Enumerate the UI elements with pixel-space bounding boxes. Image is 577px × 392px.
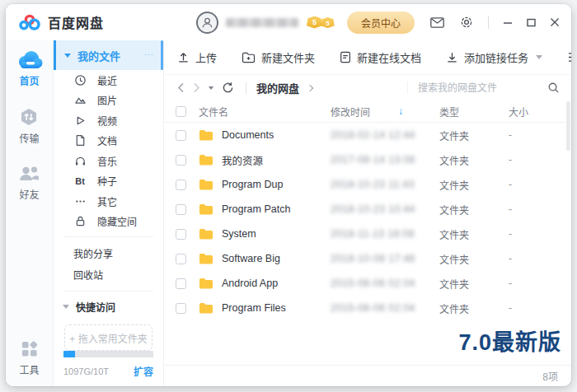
- vip-level-badges[interactable]: 5 5: [307, 16, 335, 29]
- sort-order-icon[interactable]: [567, 51, 571, 63]
- sidebar-divider: [63, 291, 153, 292]
- row-checkbox[interactable]: [176, 278, 186, 289]
- sort-desc-icon[interactable]: ↓: [398, 105, 403, 117]
- member-center-button[interactable]: 会员中心: [347, 12, 415, 34]
- status-bar: 8项: [164, 365, 571, 386]
- friends-icon: [18, 165, 40, 183]
- back-button[interactable]: [177, 82, 185, 93]
- add-link-task-button[interactable]: 添加链接任务: [446, 49, 542, 65]
- rail-item-friends[interactable]: 好友: [18, 165, 40, 201]
- file-name[interactable]: Software Big: [222, 253, 280, 264]
- expand-storage-link[interactable]: 扩容: [134, 364, 153, 378]
- rail-item-transfer[interactable]: 传输: [19, 107, 39, 145]
- scrollbar-thumb[interactable]: [566, 101, 570, 151]
- sidebar-item-recycle-bin[interactable]: 回收站: [54, 264, 163, 286]
- column-modified[interactable]: 修改时间: [331, 105, 370, 119]
- folder-icon: [199, 179, 213, 190]
- column-filename[interactable]: 文件名: [199, 105, 331, 119]
- sidebar-item-other[interactable]: 其它: [54, 191, 163, 212]
- picture-icon: [73, 94, 87, 107]
- folder-icon: [199, 228, 213, 240]
- vip-badge-icon: 5: [321, 16, 335, 27]
- new-online-doc-label: 新建在线文档: [357, 49, 421, 65]
- minimize-button[interactable]: [503, 17, 513, 27]
- sidebar-quick-access[interactable]: 快捷访问: [54, 296, 163, 318]
- search-icon[interactable]: [547, 82, 560, 94]
- transfer-icon: [19, 107, 39, 127]
- file-type: 文件夹: [439, 128, 509, 142]
- rail-label-home: 首页: [19, 73, 39, 87]
- my-files-label: 我的文件: [77, 48, 120, 63]
- search-input[interactable]: [418, 82, 547, 94]
- storage-bar[interactable]: [63, 351, 153, 357]
- close-button[interactable]: [550, 17, 560, 27]
- sidebar-item-documents[interactable]: 文档: [54, 131, 163, 152]
- forward-button[interactable]: [193, 82, 200, 93]
- sidebar-item-videos[interactable]: 视频: [54, 110, 163, 131]
- file-name[interactable]: Android App: [222, 278, 278, 289]
- file-name[interactable]: Program Dup: [222, 179, 283, 190]
- vip-badge-icon: 5: [307, 16, 322, 29]
- breadcrumb-my-drive[interactable]: 我的网盘: [256, 80, 299, 96]
- messages-button[interactable]: [430, 17, 444, 28]
- row-checkbox[interactable]: [176, 180, 186, 190]
- sidebar-item-label: 其它: [97, 194, 117, 208]
- more-options-icon[interactable]: ⋮: [144, 50, 155, 60]
- sidebar-item-my-shares[interactable]: 我的分享: [54, 242, 163, 264]
- table-row[interactable]: Documents 2018-02-14 12:44 文件夹 -: [164, 123, 571, 147]
- select-all-checkbox[interactable]: [176, 106, 186, 117]
- table-row[interactable]: 我的资源 2017-08-14 13:08 文件夹 -: [164, 147, 571, 172]
- column-type[interactable]: 类型: [439, 105, 509, 119]
- sidebar-item-hidden-space[interactable]: 隐藏空间: [54, 212, 163, 232]
- new-online-doc-button[interactable]: 新建在线文档: [340, 49, 421, 65]
- table-row[interactable]: Program Dup 2018-10-23 11:43 文件夹 -: [164, 172, 571, 197]
- refresh-button[interactable]: [222, 82, 234, 94]
- breadcrumb-chevron-icon: [307, 84, 313, 91]
- clock-icon: [73, 73, 87, 86]
- sidebar-item-torrents[interactable]: Bt 种子: [54, 171, 163, 192]
- drop-folder-hint[interactable]: + 拖入常用文件夹: [64, 324, 152, 351]
- sidebar-item-music[interactable]: 音乐: [54, 151, 163, 171]
- new-folder-button[interactable]: 新建文件夹: [242, 49, 315, 65]
- file-size: -: [509, 228, 558, 240]
- history-dropdown-icon[interactable]: [209, 86, 213, 90]
- file-name[interactable]: System: [222, 228, 256, 240]
- table-row[interactable]: Android App 2015-08-06 02:04 文件夹 -: [164, 271, 571, 296]
- column-size[interactable]: 大小: [509, 105, 558, 119]
- username-redacted[interactable]: [226, 18, 298, 27]
- sidebar-my-files[interactable]: 我的文件 ⋮: [54, 40, 163, 70]
- baidu-netdisk-logo-icon: [19, 14, 41, 31]
- file-name[interactable]: 我的资源: [222, 152, 263, 168]
- settings-button[interactable]: [460, 16, 473, 29]
- file-size: -: [509, 302, 558, 314]
- table-row[interactable]: Program Files 2015-08-06 02:04 文件夹 -: [164, 296, 571, 320]
- sidebar-scrollbar-thumb[interactable]: [161, 40, 163, 70]
- maximize-button[interactable]: [527, 18, 536, 27]
- folder-icon: [199, 302, 213, 314]
- file-name[interactable]: Documents: [222, 129, 274, 141]
- file-name[interactable]: Program Patch: [222, 203, 290, 215]
- search-box[interactable]: [407, 82, 560, 94]
- rail-item-home[interactable]: 首页: [16, 50, 43, 87]
- file-name[interactable]: Program Files: [222, 302, 286, 314]
- row-checkbox[interactable]: [176, 229, 186, 240]
- upload-button[interactable]: 上传: [177, 49, 217, 65]
- sidebar-item-pictures[interactable]: 图片: [54, 91, 163, 111]
- row-checkbox[interactable]: [176, 204, 186, 215]
- sidebar-item-recent[interactable]: 最近: [54, 70, 163, 91]
- row-checkbox[interactable]: [176, 155, 186, 166]
- folder-icon: [199, 154, 213, 166]
- table-row[interactable]: System 2018-11-13 18:08 文件夹 -: [164, 222, 571, 246]
- table-row[interactable]: Program Patch 2018-10-23 10:44 文件夹 -: [164, 197, 571, 222]
- bt-icon: Bt: [73, 175, 87, 188]
- user-avatar[interactable]: [196, 12, 218, 34]
- sidebar-item-label: 图片: [97, 93, 117, 107]
- table-row[interactable]: Software Big 2018-10-08 17:48 文件夹 -: [164, 246, 571, 271]
- row-checkbox[interactable]: [176, 130, 186, 141]
- row-checkbox[interactable]: [176, 303, 186, 314]
- app-logo[interactable]: 百度网盘: [19, 12, 104, 32]
- file-size: -: [509, 129, 558, 141]
- rail-item-tools[interactable]: 工具: [19, 339, 39, 376]
- maximize-icon: [527, 18, 536, 27]
- row-checkbox[interactable]: [176, 254, 186, 264]
